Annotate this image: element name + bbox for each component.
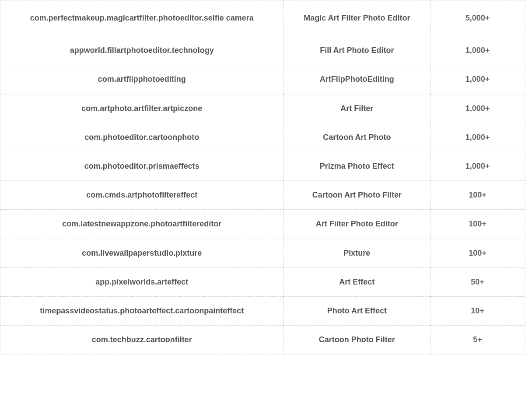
install-count: 1,000+ bbox=[430, 65, 525, 94]
table-row: com.livewallpaperstudio.pixturePixture10… bbox=[0, 239, 525, 267]
data-table: com.perfectmakeup.magicartfilter.photoed… bbox=[0, 0, 525, 354]
table-row: com.techbuzz.cartoonfilterCartoon Photo … bbox=[0, 326, 525, 354]
table-row: com.artphoto.artfilter.artpiczoneArt Fil… bbox=[0, 94, 525, 123]
app-name: Pixture bbox=[284, 239, 430, 267]
table-row: com.artflipphotoeditingArtFlipPhotoEditi… bbox=[0, 65, 525, 94]
table-row: com.photoeditor.cartoonphotoCartoon Art … bbox=[0, 123, 525, 152]
app-name: Art Filter bbox=[284, 94, 430, 123]
install-count: 5+ bbox=[430, 326, 525, 354]
package-name: com.latestnewappzone.photoartfilteredito… bbox=[0, 210, 284, 239]
package-name: com.perfectmakeup.magicartfilter.photoed… bbox=[0, 0, 284, 36]
app-name: Cartoon Photo Filter bbox=[284, 326, 430, 354]
install-count: 1,000+ bbox=[430, 36, 525, 65]
table-row: com.photoeditor.prismaeffectsPrizma Phot… bbox=[0, 152, 525, 180]
app-name: Prizma Photo Effect bbox=[284, 152, 430, 180]
package-name: com.photoeditor.prismaeffects bbox=[0, 152, 284, 180]
package-name: appworld.fillartphotoeditor.technology bbox=[0, 36, 284, 65]
app-name: Art Filter Photo Editor bbox=[284, 210, 430, 239]
package-name: com.artflipphotoediting bbox=[0, 65, 284, 94]
install-count: 1,000+ bbox=[430, 152, 525, 180]
table-row: app.pixelworlds.arteffectArt Effect50+ bbox=[0, 267, 525, 296]
install-count: 50+ bbox=[430, 267, 525, 296]
install-count: 100+ bbox=[430, 181, 525, 210]
install-count: 100+ bbox=[430, 239, 525, 267]
app-name: Art Effect bbox=[284, 267, 430, 296]
install-count: 1,000+ bbox=[430, 94, 525, 123]
table-row: appworld.fillartphotoeditor.technologyFi… bbox=[0, 36, 525, 65]
package-name: com.photoeditor.cartoonphoto bbox=[0, 123, 284, 152]
package-name: com.livewallpaperstudio.pixture bbox=[0, 239, 284, 267]
app-name: ArtFlipPhotoEditing bbox=[284, 65, 430, 94]
install-count: 5,000+ bbox=[430, 0, 525, 36]
table-container: com.perfectmakeup.magicartfilter.photoed… bbox=[0, 0, 525, 420]
package-name: com.artphoto.artfilter.artpiczone bbox=[0, 94, 284, 123]
install-count: 10+ bbox=[430, 296, 525, 325]
package-name: timepassvideostatus.photoarteffect.carto… bbox=[0, 296, 284, 325]
package-name: com.cmds.artphotofiltereffect bbox=[0, 181, 284, 210]
table-row: com.latestnewappzone.photoartfilteredito… bbox=[0, 210, 525, 239]
table-row: timepassvideostatus.photoarteffect.carto… bbox=[0, 296, 525, 325]
table-row: com.perfectmakeup.magicartfilter.photoed… bbox=[0, 0, 525, 36]
app-name: Cartoon Art Photo Filter bbox=[284, 181, 430, 210]
install-count: 100+ bbox=[430, 210, 525, 239]
table-row: com.cmds.artphotofiltereffectCartoon Art… bbox=[0, 181, 525, 210]
install-count: 1,000+ bbox=[430, 123, 525, 152]
app-name: Cartoon Art Photo bbox=[284, 123, 430, 152]
package-name: com.techbuzz.cartoonfilter bbox=[0, 326, 284, 354]
package-name: app.pixelworlds.arteffect bbox=[0, 267, 284, 296]
app-name: Photo Art Effect bbox=[284, 296, 430, 325]
app-name: Magic Art Filter Photo Editor bbox=[284, 0, 430, 36]
app-name: Fill Art Photo Editor bbox=[284, 36, 430, 65]
